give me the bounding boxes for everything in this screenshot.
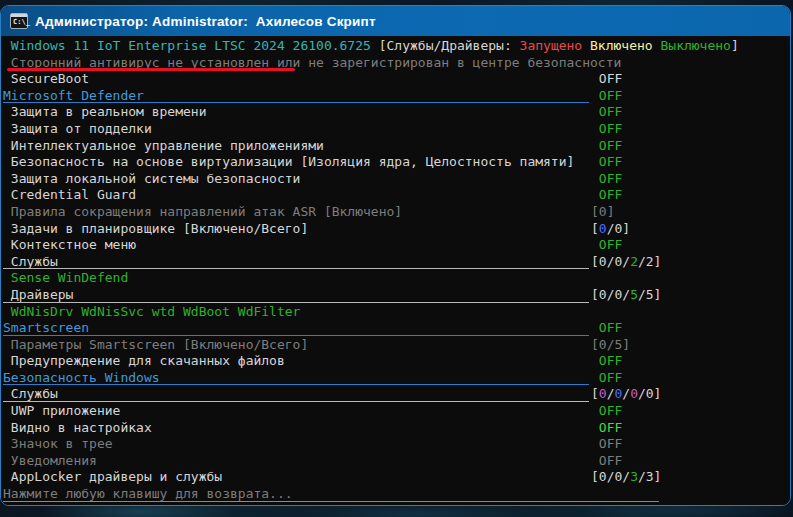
row-label: Правила сокращения направлений атак ASR … bbox=[3, 204, 402, 219]
terminal-row: Уведомления OFF bbox=[1, 453, 790, 470]
text-segment: OFF bbox=[591, 154, 622, 169]
terminal-row: Параметры Smartscreen [Включено/Всего][0… bbox=[1, 337, 790, 354]
text-segment: OFF bbox=[591, 320, 622, 335]
text-segment: 0 bbox=[599, 221, 607, 236]
text-segment: Параметры Smartscreen [Включено/Всего] bbox=[3, 337, 308, 352]
text-segment: OFF bbox=[591, 436, 622, 451]
text-segment: WdNisDrv WdNisSvc wtd WdBoot WdFilter bbox=[3, 304, 300, 319]
terminal-row: Предупреждение для скачанных файлов OFF bbox=[1, 353, 790, 370]
row-value: [0/0/3/3] bbox=[591, 469, 661, 486]
terminal-row: Видно в настройках OFF bbox=[1, 420, 790, 437]
row-value: [0/0/2/2] bbox=[591, 254, 661, 271]
terminal-row: AppLocker драйверы и службы[0/0/3/3] bbox=[1, 469, 790, 486]
row-label: Безопасность Windows bbox=[3, 370, 160, 385]
text-segment: OFF bbox=[591, 353, 622, 368]
text-segment: OFF bbox=[591, 138, 622, 153]
row-label: Параметры Smartscreen [Включено/Всего] bbox=[3, 337, 308, 352]
text-segment: /0] bbox=[607, 221, 630, 236]
row-label: Видно в настройках bbox=[3, 420, 152, 435]
terminal-row: Microsoft Defender OFF bbox=[1, 88, 790, 105]
row-label: Безопасность на основе виртуализации [Из… bbox=[3, 154, 574, 169]
text-segment: OFF bbox=[591, 187, 622, 202]
text-segment: OFF bbox=[591, 420, 622, 435]
row-label: Smartscreen bbox=[3, 320, 89, 335]
row-underline bbox=[3, 401, 589, 402]
text-segment: /0] bbox=[638, 386, 661, 401]
text-segment: Windows 11 IoT Enterprise LTSC 2024 2610… bbox=[3, 38, 379, 53]
terminal-row: Credential Guard OFF bbox=[1, 187, 790, 204]
row-value: OFF bbox=[591, 403, 622, 420]
text-segment: /5] bbox=[638, 287, 661, 302]
terminal-row: Драйверы[0/0/5/5] bbox=[1, 287, 790, 304]
text-segment: Службы bbox=[3, 254, 58, 269]
text-segment: ] bbox=[731, 38, 739, 53]
row-label: Credential Guard bbox=[3, 187, 136, 202]
row-label: Уведомления bbox=[3, 453, 97, 468]
text-segment: Credential Guard bbox=[3, 187, 136, 202]
row-label: Задачи в планировщике [Включено/Всего] bbox=[3, 221, 308, 236]
row-label: Значок в трее bbox=[3, 436, 113, 451]
row-label: Защита локальной системы безопасности bbox=[3, 171, 300, 186]
row-value: [0/0/0/0] bbox=[591, 386, 661, 403]
row-underline bbox=[3, 501, 659, 502]
text-segment: OFF bbox=[591, 121, 622, 136]
text-segment: Интеллектуальное управление приложениями bbox=[3, 138, 324, 153]
row-value: [0/0/5/5] bbox=[591, 287, 661, 304]
terminal-row: Значок в трее OFF bbox=[1, 436, 790, 453]
text-segment: Задачи в планировщике [Включено/Всего] bbox=[3, 221, 308, 236]
row-label: Драйверы bbox=[3, 287, 73, 302]
row-value: OFF bbox=[591, 138, 622, 155]
row-label: Sense WinDefend bbox=[3, 270, 128, 285]
text-segment: Нажмите любую клавишу для возврата... bbox=[3, 486, 293, 501]
row-value: OFF bbox=[591, 353, 622, 370]
text-segment: 0 bbox=[599, 386, 607, 401]
terminal-row: Безопасность Windows OFF bbox=[1, 370, 790, 387]
terminal-body[interactable]: Windows 11 IoT Enterprise LTSC 2024 2610… bbox=[1, 36, 790, 505]
text-segment: /2] bbox=[638, 254, 661, 269]
text-segment: Правила сокращения направлений атак ASR … bbox=[3, 204, 402, 219]
terminal-row: Безопасность на основе виртуализации [Из… bbox=[1, 154, 790, 171]
text-segment: Службы bbox=[3, 386, 58, 401]
text-segment: [ bbox=[591, 221, 599, 236]
text-segment: Защита локальной системы безопасности bbox=[3, 171, 300, 186]
window-title-bar[interactable]: C:\_ Администратор: Administrator: Ахиле… bbox=[1, 6, 790, 36]
text-segment: Smartscreen bbox=[3, 320, 89, 335]
row-label: Контекстное меню bbox=[3, 237, 136, 252]
row-value: OFF bbox=[591, 88, 622, 105]
row-underline bbox=[3, 335, 589, 336]
text-segment: Видно в настройках bbox=[3, 420, 152, 435]
text-segment: Драйверы bbox=[3, 287, 73, 302]
text-segment: OFF bbox=[591, 171, 622, 186]
text-segment: OFF bbox=[591, 71, 622, 86]
text-segment: [Службы/Драйверы: bbox=[379, 38, 520, 53]
window-title: Администратор: Administrator: Ахилесов С… bbox=[35, 14, 376, 29]
text-segment: Значок в трее bbox=[3, 436, 113, 451]
terminal-row: Защита локальной системы безопасности OF… bbox=[1, 171, 790, 188]
text-segment: 2 bbox=[630, 254, 638, 269]
terminal-row: UWP приложение OFF bbox=[1, 403, 790, 420]
text-segment: Контекстное меню bbox=[3, 237, 136, 252]
row-value: OFF bbox=[591, 104, 622, 121]
row-label: SecureBoot bbox=[3, 71, 89, 86]
text-segment: [0/0/ bbox=[591, 469, 630, 484]
text-segment: Запущено bbox=[520, 38, 583, 53]
terminal-row: Sense WinDefend bbox=[1, 270, 790, 287]
terminal-row: Интеллектуальное управление приложениями… bbox=[1, 138, 790, 155]
row-label: WdNisDrv WdNisSvc wtd WdBoot WdFilter bbox=[3, 304, 300, 319]
text-segment: Защита от подделки bbox=[3, 121, 152, 136]
text-segment: [0/0/ bbox=[591, 254, 630, 269]
text-segment: Уведомления bbox=[3, 453, 97, 468]
row-label: Нажмите любую клавишу для возврата... bbox=[3, 486, 293, 501]
text-segment: [0/0/ bbox=[591, 287, 630, 302]
row-value: OFF bbox=[591, 237, 622, 254]
row-label: Службы bbox=[3, 254, 58, 269]
row-label: Службы bbox=[3, 386, 58, 401]
cmd-icon-glyph: C:\_ bbox=[13, 18, 30, 27]
text-segment: 5 bbox=[630, 287, 638, 302]
text-segment: OFF bbox=[591, 403, 622, 418]
cmd-prompt-icon: C:\_ bbox=[10, 13, 28, 29]
row-value: OFF bbox=[591, 171, 622, 188]
terminal-row: Правила сокращения направлений атак ASR … bbox=[1, 204, 790, 221]
text-segment: Защита в реальном времени bbox=[3, 104, 207, 119]
row-label: UWP приложение bbox=[3, 403, 120, 418]
